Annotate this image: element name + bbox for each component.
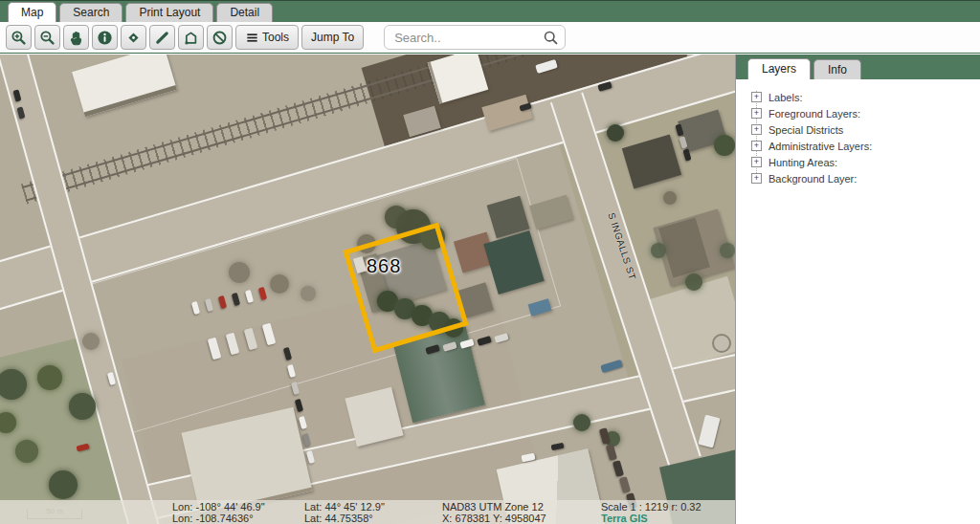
layer-item-label: Hunting Areas: [768,157,837,168]
tab-print-layout[interactable]: Print Layout [125,3,213,22]
layer-item-background[interactable]: +Background Layer: [751,170,980,186]
layer-item-hunting-areas[interactable]: +Hunting Areas: [751,154,980,170]
vehicle [535,59,558,74]
vehicle [519,102,531,111]
tab-detail[interactable]: Detail [216,3,273,22]
recenter-button[interactable] [121,25,146,50]
vehicle [679,136,687,148]
vehicle [477,336,491,346]
vehicle [13,89,22,101]
prohibition-icon [212,30,228,46]
vehicle [283,347,292,360]
map-status-bar: Lon: -108° 44' 46.9"Lat: 44° 45' 12.9" L… [0,500,735,524]
vehicle [287,364,296,378]
layer-item-label: Labels: [768,92,802,103]
measure-line-button[interactable] [149,25,175,50]
vehicle [551,443,565,451]
vehicle [245,290,254,303]
vehicle [619,476,631,493]
vehicle [226,333,240,356]
vehicle [258,287,267,300]
parcel-number-label: 868 [367,255,401,277]
vehicle [425,344,439,355]
lon-decimal: Lon: -108.74636° [172,513,304,524]
clear-button[interactable] [207,25,233,50]
expand-icon[interactable]: + [751,108,762,119]
vehicle [494,333,508,343]
vehicle [244,328,258,351]
layer-item-label: Foreground Layers: [768,108,860,120]
zoom-out-button[interactable] [34,25,60,50]
projection-label: NAD83 UTM Zone 12 [442,501,546,513]
vehicle [208,338,222,360]
main-tab-bar: Map Search Print Layout Detail [0,1,980,22]
layer-item-label: Background Layer: [768,173,857,185]
identify-button[interactable] [92,25,118,50]
vehicle [521,453,535,463]
layer-item-label: Administrative Layers: [768,141,872,152]
vehicle [698,415,720,448]
vehicle [606,444,617,461]
tab-info[interactable]: Info [813,59,861,79]
map-toolbar: Tools Jump To [0,22,980,54]
scale-text: Scale 1 : 1219 r: 0.32 [601,501,702,513]
info-icon [97,30,113,46]
expand-icon[interactable]: + [751,157,762,167]
polygon-draw-icon [183,30,199,46]
search-icon[interactable] [543,30,559,46]
hamburger-icon [245,31,259,45]
layer-item-foreground[interactable]: +Foreground Layers: [751,105,980,121]
layer-tree: +Labels: +Foreground Layers: +Special Di… [736,79,980,186]
panel-tab-bar: Layers Info [736,55,980,79]
vehicle [442,341,457,352]
coordinate-readout: Lon: -108° 44' 46.9"Lat: 44° 45' 12.9" L… [172,501,385,524]
vehicle [597,81,612,92]
attribution-link[interactable]: Terra GIS [601,513,702,524]
vehicle [107,372,116,385]
vehicle [302,433,311,447]
xy-readout: X: 678381 Y: 4958047 [442,513,546,524]
diamond-target-icon [125,30,142,46]
vehicle [295,399,303,412]
vehicle [599,427,611,445]
layer-item-label: Special Districts [768,124,843,136]
tab-layers[interactable]: Layers [747,58,811,79]
layers-panel: Layers Info +Labels: +Foreground Layers:… [735,55,980,524]
search-input[interactable] [384,25,566,50]
layer-item-labels[interactable]: +Labels: [751,89,980,105]
vehicle [232,293,240,306]
vehicle [459,338,474,349]
vehicle [205,298,213,312]
vehicle [306,450,315,464]
vehicle [291,382,300,395]
expand-icon[interactable]: + [751,92,762,102]
zoom-out-icon [39,30,56,46]
expand-icon[interactable]: + [751,141,762,151]
lat-decimal: Lat: 44.75358° [304,513,373,524]
vehicle [17,106,26,119]
expand-icon[interactable]: + [751,124,762,135]
pan-button[interactable] [63,25,89,50]
vehicle [612,460,624,477]
jump-to-button-label: Jump To [311,31,354,44]
zoom-in-icon [11,30,27,46]
zoom-in-button[interactable] [6,25,32,50]
layer-item-administrative[interactable]: +Administrative Layers: [751,138,980,154]
projection-readout: NAD83 UTM Zone 12 X: 678381 Y: 4958047 [442,501,546,524]
layer-item-special-districts[interactable]: +Special Districts [751,121,980,138]
tab-search[interactable]: Search [59,3,122,22]
vehicle [76,444,89,452]
jump-to-button[interactable]: Jump To [301,25,364,50]
vehicle [682,148,691,161]
expand-icon[interactable]: + [751,173,762,184]
vehicle [299,416,307,429]
hand-icon [68,30,84,46]
measure-area-button[interactable] [178,25,204,50]
scale-readout: Scale 1 : 1219 r: 0.32 Terra GIS [601,501,702,524]
map-viewport[interactable]: 868 S INGALLS ST 50 m Lon: -108° 44' 46.… [0,55,735,524]
gis-app-window: Map Search Print Layout Detail [0,0,980,524]
vehicle [262,323,277,346]
tab-map[interactable]: Map [8,2,56,22]
vehicle [191,301,200,315]
tools-button[interactable]: Tools [235,25,299,50]
